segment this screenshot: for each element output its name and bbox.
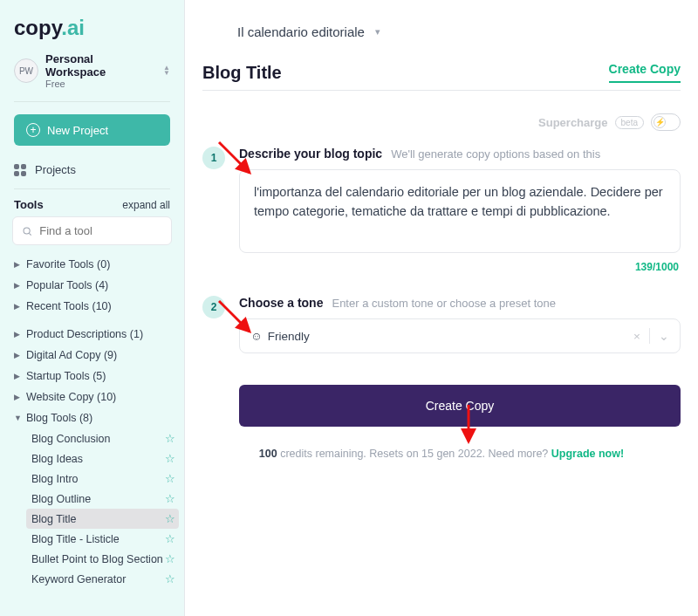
smile-icon: ☺	[250, 330, 263, 343]
create-copy-button[interactable]: Create Copy	[239, 385, 681, 427]
caret-right-icon: ▶	[14, 372, 21, 380]
tool-item[interactable]: Bullet Point to Blog Section☆	[26, 549, 179, 569]
bolt-icon: ⚡	[654, 116, 666, 128]
expand-all-link[interactable]: expand all	[122, 199, 170, 211]
tool-item-active[interactable]: Blog Title☆	[26, 509, 179, 529]
tool-group[interactable]: ▶Product Descriptions (1)	[14, 324, 179, 345]
step-2: 2 Choose a tone Enter a custom tone or c…	[202, 296, 681, 378]
svg-point-0	[24, 227, 30, 233]
caret-right-icon: ▶	[14, 393, 21, 401]
star-icon[interactable]: ☆	[165, 452, 175, 465]
workspace-plan: Free	[45, 79, 156, 89]
search-input[interactable]	[39, 224, 162, 237]
sidebar: copy.ai PW Personal Workspace Free ▲▼ + …	[0, 0, 185, 616]
step-1: 1 Describe your blog topic We'll generat…	[202, 147, 681, 289]
star-icon[interactable]: ☆	[165, 512, 175, 525]
step-title: Choose a tone	[239, 296, 323, 310]
chevron-updown-icon: ▲▼	[163, 65, 170, 76]
star-icon[interactable]: ☆	[165, 472, 175, 485]
search-icon	[22, 225, 32, 237]
caret-right-icon: ▶	[14, 330, 21, 339]
credits-info: 100 credits remaining. Resets on 15 gen …	[202, 448, 681, 460]
tool-item[interactable]: Blog Intro☆	[26, 469, 179, 489]
tool-item[interactable]: Blog Outline☆	[26, 489, 179, 509]
chevron-down-icon[interactable]: ⌄	[659, 329, 669, 343]
tone-select[interactable]: ☺ Friendly × ⌄	[239, 318, 681, 353]
grid-icon	[14, 164, 26, 176]
star-icon[interactable]: ☆	[165, 552, 175, 565]
tool-group[interactable]: ▶Popular Tools (4)	[14, 275, 179, 296]
upgrade-link[interactable]: Upgrade now!	[551, 448, 624, 460]
tab-create-copy[interactable]: Create Copy	[609, 62, 681, 83]
char-count: 139/1000	[241, 261, 679, 273]
tool-item[interactable]: Keyword Generator☆	[26, 569, 179, 589]
beta-badge: beta	[615, 116, 644, 129]
caret-down-icon: ▼	[14, 414, 21, 422]
main-panel: Il calendario editoriale ▾ Blog Title Cr…	[185, 0, 698, 616]
tool-group[interactable]: ▶Startup Tools (5)	[14, 366, 179, 387]
tool-item[interactable]: Blog Title - Listicle☆	[26, 529, 179, 549]
star-icon[interactable]: ☆	[165, 572, 175, 585]
logo: copy.ai	[0, 0, 184, 49]
star-icon[interactable]: ☆	[165, 432, 175, 445]
star-icon[interactable]: ☆	[165, 532, 175, 545]
step-number: 2	[202, 296, 225, 318]
tool-group[interactable]: ▶Website Copy (10)	[14, 387, 179, 407]
star-icon[interactable]: ☆	[165, 492, 175, 505]
tools-heading: Tools	[14, 198, 44, 211]
workspace-name: Personal Workspace	[45, 52, 156, 79]
workspace-switcher[interactable]: PW Personal Workspace Free ▲▼	[0, 49, 184, 101]
tool-group-blog[interactable]: ▼Blog Tools (8)	[14, 407, 179, 428]
caret-right-icon: ▶	[14, 260, 21, 269]
tool-search[interactable]	[12, 216, 172, 245]
svg-line-1	[29, 233, 31, 235]
step-hint: Enter a custom tone or choose a preset t…	[332, 297, 556, 310]
supercharge-toggle[interactable]: ⚡	[651, 113, 681, 131]
tool-group[interactable]: ▶Recent Tools (10)	[14, 296, 179, 317]
tool-group[interactable]: ▶Favorite Tools (0)	[14, 254, 179, 275]
caret-right-icon: ▶	[14, 281, 21, 290]
caret-right-icon: ▶	[14, 302, 21, 311]
page-title: Blog Title	[202, 63, 282, 83]
step-hint: We'll generate copy options based on thi…	[391, 147, 600, 161]
plus-circle-icon: +	[26, 123, 40, 137]
new-project-button[interactable]: + New Project	[14, 114, 170, 146]
breadcrumb[interactable]: Il calendario editoriale ▾	[202, 0, 681, 53]
nav-projects[interactable]: Projects	[0, 158, 184, 188]
step-number: 1	[202, 147, 225, 169]
caret-right-icon: ▶	[14, 351, 21, 359]
step-title: Describe your blog topic	[239, 147, 382, 161]
tool-list[interactable]: ▶Favorite Tools (0) ▶Popular Tools (4) ▶…	[0, 254, 184, 616]
clear-icon[interactable]: ×	[633, 330, 640, 343]
workspace-avatar: PW	[14, 58, 38, 83]
supercharge-row: Supercharge beta ⚡	[202, 108, 681, 147]
tool-item[interactable]: Blog Conclusion☆	[26, 428, 179, 448]
chevron-down-icon: ▾	[375, 26, 380, 38]
tool-group[interactable]: ▶Digital Ad Copy (9)	[14, 345, 179, 366]
topic-textarea[interactable]	[239, 169, 681, 253]
tool-item[interactable]: Blog Ideas☆	[26, 448, 179, 469]
